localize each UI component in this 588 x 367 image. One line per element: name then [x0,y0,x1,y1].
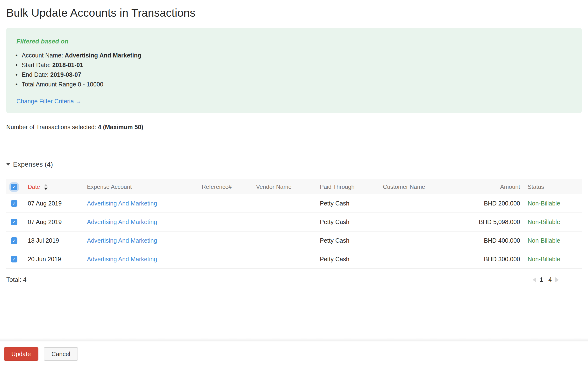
customer-column-header: Customer Name [383,184,460,190]
row-amount: BHD 200.000 [460,200,520,207]
total-count: Total: 4 [6,276,26,284]
table-row: ✓ 07 Aug 2019 Advertising And Marketing … [6,213,582,232]
row-status: Non-Billable [520,256,582,263]
expense-account-link[interactable]: Advertising And Marketing [87,237,157,244]
filter-criterion-account: Account Name: Advertising And Marketing [17,50,571,60]
row-date: 20 Jun 2019 [28,256,87,263]
page-title: Bulk Update Accounts in Transactions [6,0,582,19]
filter-criterion-end-date: End Date: 2019-08-07 [17,70,571,79]
vendor-column-header: Vendor Name [256,184,320,190]
table-row: ✓ 20 Jun 2019 Advertising And Marketing … [6,250,582,269]
check-icon: ✓ [12,257,16,261]
change-filter-criteria-link[interactable]: Change Filter Criteria → [17,98,82,105]
row-amount: BHD 300.000 [460,256,520,263]
check-icon: ✓ [12,239,16,243]
row-status: Non-Billable [520,218,582,225]
reference-column-header: Reference# [202,184,256,190]
row-date: 07 Aug 2019 [28,218,87,225]
check-icon: ✓ [12,201,16,206]
row-status: Non-Billable [520,237,582,244]
expense-account-link[interactable]: Advertising And Marketing [87,256,157,262]
sort-asc-icon [44,184,48,186]
table-footer-bar: Total: 4 1 - 4 [6,276,582,284]
table-row: ✓ 18 Jul 2019 Advertising And Marketing … [6,232,582,250]
expenses-section-title: Expenses (4) [13,161,53,168]
transactions-selected-line: Number of Transactions selected: 4 (Maxi… [6,124,582,131]
filter-criterion-start-date: Start Date: 2018-01-01 [17,60,571,70]
cancel-button[interactable]: Cancel [44,347,78,361]
filter-criteria-list: Account Name: Advertising And Marketing … [17,50,571,89]
row-paid-through: Petty Cash [320,237,383,244]
bulk-update-page: Bulk Update Accounts in Transactions Fil… [0,0,588,367]
action-footer: Update Cancel [0,342,588,367]
date-column-header: Date [28,184,40,190]
check-icon: ✓ [12,220,16,224]
filter-heading: Filtered based on [17,38,571,45]
select-all-checkbox[interactable]: ✓ [11,184,17,190]
expense-account-link[interactable]: Advertising And Marketing [87,200,157,207]
next-page-icon[interactable] [555,277,559,283]
status-column-header: Status [520,184,582,190]
prev-page-icon[interactable] [533,277,536,283]
divider [6,142,582,142]
row-paid-through: Petty Cash [320,218,383,225]
table-row: ✓ 07 Aug 2019 Advertising And Marketing … [6,194,582,213]
filter-summary-panel: Filtered based on Account Name: Advertis… [6,28,582,113]
sort-desc-icon [44,188,48,190]
row-paid-through: Petty Cash [320,256,383,263]
row-date: 18 Jul 2019 [28,237,87,244]
row-checkbox[interactable]: ✓ [11,219,17,225]
row-amount: BHD 5,098.000 [460,218,520,225]
row-amount: BHD 400.000 [460,237,520,244]
expenses-section-toggle[interactable]: Expenses (4) [6,161,53,168]
sort-icons [44,184,48,190]
row-date: 07 Aug 2019 [28,200,87,207]
paid-through-column-header: Paid Through [320,184,383,190]
sort-by-date[interactable]: Date [28,184,48,190]
row-status: Non-Billable [520,200,582,207]
amount-column-header: Amount [460,184,520,190]
page-range: 1 - 4 [540,276,552,283]
row-paid-through: Petty Cash [320,200,383,207]
table-header-row: ✓ Date Expense Account Reference# Vendor… [6,179,582,194]
pagination: 1 - 4 [533,276,559,283]
row-checkbox[interactable]: ✓ [11,200,17,207]
expenses-table: ✓ Date Expense Account Reference# Vendor… [6,179,582,284]
filter-criterion-amount-range: Total Amount Range 0 - 10000 [17,79,571,89]
divider [6,307,582,307]
update-button[interactable]: Update [4,347,38,361]
row-checkbox[interactable]: ✓ [11,256,17,262]
expense-account-link[interactable]: Advertising And Marketing [87,218,157,225]
expense-account-column-header: Expense Account [87,184,202,190]
check-icon: ✓ [12,185,16,189]
collapse-caret-icon [6,163,10,166]
row-checkbox[interactable]: ✓ [11,237,17,244]
